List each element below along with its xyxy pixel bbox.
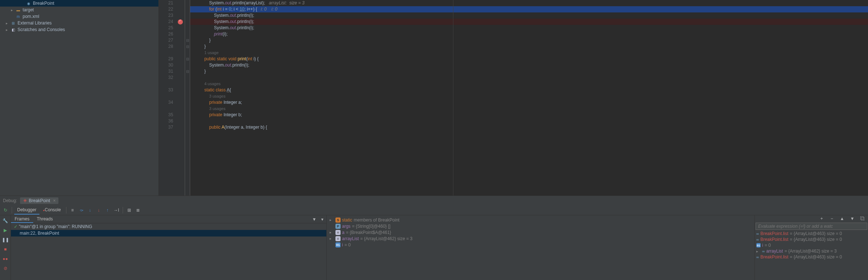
breakpoint-icon[interactable]: ✓ (178, 19, 183, 24)
line-number[interactable]: 31 (159, 68, 173, 75)
mute-breakpoints-button[interactable]: ⊘ (1, 264, 9, 272)
line-number[interactable]: 37 (159, 124, 173, 130)
watch-row[interactable]: 01i = 0 (755, 242, 868, 248)
line-number[interactable]: 24 (159, 19, 173, 25)
var-row[interactable]: 01 i = 0 (328, 242, 753, 248)
line-number[interactable]: 29 (159, 56, 173, 62)
watches-toolbar: + − ▲ ▼ ⿻ (755, 215, 868, 222)
fold-icon[interactable]: ⊟ (185, 37, 190, 43)
fold-icon[interactable]: ⊟ (185, 43, 190, 50)
fold-column[interactable]: ⊟ ⊟ ⊟ ⊟ (185, 0, 190, 196)
usage-hint[interactable]: 1 usage (204, 50, 219, 55)
step-into-button[interactable]: ↓ (86, 206, 94, 214)
settings-button[interactable]: 🔧 (1, 217, 9, 225)
expand-icon[interactable]: ▸ (11, 8, 15, 12)
debug-label: Debug: (3, 198, 17, 203)
project-tree[interactable]: ◉ BreakPoint ▸ ▬ target m pom.xml ▸ ⊞ Ex… (0, 0, 159, 196)
tab-frames[interactable]: Frames (11, 215, 33, 223)
watch-row[interactable]: ▸∞arrayList = {ArrayList@462} size = 3 (755, 248, 868, 254)
link-icon: ∞ (756, 232, 759, 236)
show-exec-point-button[interactable]: ≡ (69, 206, 77, 214)
watch-row[interactable]: ∞BreakPoint.list = {ArrayList@463} size … (755, 237, 868, 242)
line-number[interactable]: 23 (159, 12, 173, 19)
frame-label: main:22, BreakPoint (20, 231, 59, 236)
var-row[interactable]: ▸ ≡ a = {BreakPoint$A@461} (328, 229, 753, 235)
tab-threads[interactable]: Threads (33, 215, 57, 223)
var-row[interactable]: P args = {String[0]@460} [] (328, 223, 753, 229)
expand-icon[interactable]: ▸ (6, 28, 10, 32)
step-over-button[interactable]: ⤼ (77, 206, 85, 214)
usage-hint[interactable]: 3 usages (209, 94, 226, 98)
view-breakpoints-button[interactable]: ●● (1, 255, 9, 263)
remove-watch-button[interactable]: − (828, 215, 836, 223)
line-numbers: 21 22 23 24 25 26 27 28 29 30 31 32 33 3… (159, 0, 176, 196)
tree-item-breakpoint[interactable]: ◉ BreakPoint (0, 0, 158, 7)
watches-panel[interactable]: + − ▲ ▼ ⿻ ∞BreakPoint.list = {ArrayList@… (755, 215, 868, 280)
watch-row[interactable]: ∞BreakPoint.list = {ArrayList@463} size … (755, 231, 868, 237)
editor-gutter: 21 22 23 24 25 26 27 28 29 30 31 32 33 3… (159, 0, 185, 196)
rerun-button[interactable]: ↻ (1, 206, 9, 214)
line-number[interactable]: 34 (159, 99, 173, 106)
var-row[interactable]: ▸ ≡ arrayList = {ArrayList@462} size = 3 (328, 235, 753, 242)
code-text[interactable]: System.out.println(arrayList); arrayList… (190, 0, 868, 196)
check-icon: ✓ (14, 224, 18, 229)
expand-icon[interactable]: ▸ (330, 218, 334, 222)
line-number[interactable]: 35 (159, 112, 173, 118)
breakpoint-column[interactable]: ✓ (176, 0, 185, 196)
tree-item-pom[interactable]: m pom.xml (0, 13, 158, 20)
filter-icon[interactable]: ▼ (310, 215, 318, 223)
expand-icon[interactable]: ▸ (330, 230, 334, 234)
tree-item-external[interactable]: ▸ ⊞ External Libraries (0, 20, 158, 26)
line-number[interactable]: 36 (159, 118, 173, 124)
pause-button[interactable]: ❚❚ (1, 236, 9, 244)
right-margin (453, 0, 453, 196)
tree-item-scratches[interactable]: ▸ ◧ Scratches and Consoles (0, 26, 158, 33)
usage-hint[interactable]: 3 usages (209, 106, 226, 111)
expand-icon[interactable]: ▸ (330, 237, 334, 241)
close-icon[interactable]: × (53, 198, 55, 203)
stop-button[interactable]: ■ (1, 245, 9, 253)
link-icon: ∞ (756, 255, 759, 259)
bug-icon: 🞛 (23, 198, 27, 203)
add-watch-button[interactable]: + (818, 215, 826, 223)
thread-row[interactable]: ✓ "main"@1 in group "main": RUNNING (11, 223, 326, 230)
line-number[interactable]: 33 (159, 87, 173, 93)
move-down-button[interactable]: ▼ (848, 215, 856, 223)
tab-console[interactable]: ●Console (40, 206, 64, 215)
force-step-into-button[interactable]: ↓ (95, 206, 103, 214)
variables-panel[interactable]: ▸ S static members of BreakPoint P args … (327, 215, 755, 280)
line-number[interactable]: 22 (159, 6, 173, 12)
evaluate-input[interactable] (756, 223, 867, 230)
code-editor[interactable]: 21 22 23 24 25 26 27 28 29 30 31 32 33 3… (159, 0, 868, 196)
step-out-button[interactable]: ↑ (104, 206, 112, 214)
evaluate-button[interactable]: ⊞ (125, 206, 133, 214)
debug-config-tab[interactable]: 🞛 BreakPoint × (20, 197, 59, 204)
fold-icon[interactable]: ⊟ (185, 68, 190, 75)
class-icon: ◉ (26, 0, 31, 6)
tab-debugger[interactable]: Debugger (14, 206, 39, 215)
link-icon: ∞ (756, 238, 759, 242)
line-number[interactable]: 28 (159, 43, 173, 50)
watch-row[interactable]: ∞BreakPoint.list = {ArrayList@463} size … (755, 254, 868, 260)
expand-icon[interactable]: ▸ (756, 249, 761, 253)
chevron-down-icon[interactable]: ▾ (318, 215, 326, 223)
run-to-cursor-button[interactable]: →I (112, 206, 120, 214)
var-row[interactable]: ▸ S static members of BreakPoint (328, 217, 753, 223)
copy-button[interactable]: ⿻ (859, 215, 867, 223)
line-number[interactable]: 30 (159, 62, 173, 68)
fold-icon[interactable]: ⊟ (185, 56, 190, 62)
line-number[interactable]: 21 (159, 0, 173, 6)
frame-row[interactable]: main:22, BreakPoint (11, 230, 326, 237)
line-number[interactable]: 32 (159, 75, 173, 81)
debug-body: 🔧 ▶ ❚❚ ■ ●● ⊘ Frames Threads ▼ ▾ ✓ "main… (0, 215, 868, 280)
tree-item-target[interactable]: ▸ ▬ target (0, 7, 158, 13)
line-number[interactable]: 25 (159, 25, 173, 31)
usage-hint[interactable]: 4 usages (204, 82, 221, 86)
resume-button[interactable]: ▶ (1, 226, 9, 234)
trace-button[interactable]: ≣ (134, 206, 142, 214)
expand-icon[interactable]: ▸ (6, 21, 10, 25)
move-up-button[interactable]: ▲ (838, 215, 846, 223)
link-icon: ∞ (762, 249, 765, 253)
line-number[interactable]: 26 (159, 31, 173, 37)
line-number[interactable]: 27 (159, 37, 173, 43)
